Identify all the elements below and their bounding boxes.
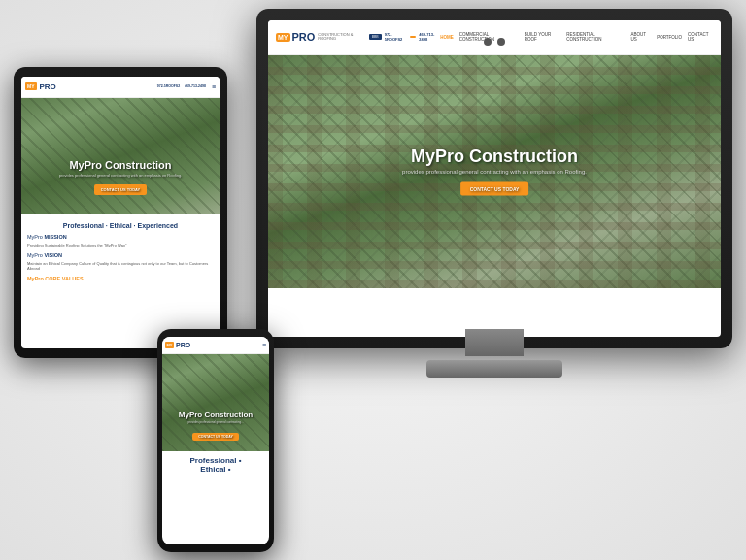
tablet-hero-overlay: MyPro Construction provides professional… — [21, 159, 220, 195]
tablet-logo-pro: PRO — [40, 82, 56, 91]
monitor-hero-subtitle: provides professional general contractin… — [402, 169, 587, 175]
tablet-hero: MyPro Construction provides professional… — [21, 98, 220, 214]
monitor-logo-sub: CONSTRUCTION & ROOFING — [318, 33, 364, 42]
phone-hero-cta[interactable]: CONTACT US TODAY — [192, 433, 239, 441]
tablet-vision-keyword: VISION — [44, 252, 62, 258]
monitor-nav-about[interactable]: ABOUT US — [631, 32, 652, 42]
tablet-hero-bg — [21, 98, 220, 214]
phone-tagline-line2: Ethical • — [166, 465, 265, 475]
monitor-stand-neck — [465, 329, 524, 356]
monitor-phone2-badge — [410, 36, 416, 38]
phone-hero-title: MyPro Construction — [162, 411, 269, 419]
tablet-phone1: 972-5ROOFS2 — [157, 84, 180, 88]
phone-tagline: Professional • Ethical • — [166, 456, 265, 475]
monitor-dot-1 — [484, 38, 492, 46]
monitor-hero-overlay: MyPro Construction provides professional… — [402, 147, 587, 196]
monitor-hero: MyPro Construction provides professional… — [268, 55, 721, 288]
tablet-frame: MY PRO 972-5ROOFS2 469-713-2498 ≡ MyPro … — [14, 67, 227, 358]
phone-tagline-line1: Professional • — [166, 456, 265, 466]
tablet-menu-icon[interactable]: ≡ — [212, 83, 216, 90]
tablet-phone2: 469-713-2498 — [185, 84, 206, 88]
tablet-tagline: Professional · Ethical · Experienced — [27, 222, 214, 229]
monitor-phone2: 469-713-2498 — [419, 32, 440, 42]
phone-hero-subtitle: provides professional general contractin… — [162, 420, 269, 424]
phone: MY PRO ≡ MyPro Construction provides pro… — [157, 329, 274, 552]
phone-logo-my: MY — [165, 342, 174, 348]
tablet-hero-title: MyPro Construction — [21, 159, 220, 171]
tablet-hero-subtitle: provides professional general contractin… — [21, 173, 220, 178]
phone-hero: MyPro Construction provides professional… — [162, 354, 269, 451]
monitor-nav-portfolio[interactable]: PORTFOLIO — [657, 35, 682, 40]
monitor-logo: MY PRO CONSTRUCTION & ROOFING — [276, 31, 365, 43]
tablet-mission-keyword: MISSION — [44, 234, 66, 240]
scene: MY PRO CONSTRUCTION & ROOFING BBB 972-5R… — [14, 9, 732, 552]
tablet-vision-label: MyPro VISION — [27, 252, 214, 259]
monitor-dot-2 — [497, 38, 505, 46]
phone-frame: MY PRO ≡ MyPro Construction provides pro… — [157, 329, 274, 552]
monitor-nav-badges: BBB 972-5ROOFS2 469-713-2498 — [369, 32, 441, 42]
monitor-phone1: 972-5ROOFS2 — [385, 32, 408, 42]
tablet: MY PRO 972-5ROOFS2 469-713-2498 ≡ MyPro … — [14, 67, 227, 358]
phone-hero-overlay: MyPro Construction provides professional… — [162, 411, 269, 442]
tablet-mission-text: Providing Sustainable Roofing Solutions … — [27, 243, 214, 247]
monitor-nav: HOME COMMERCIAL CONSTRUCTION BUILD YOUR … — [440, 32, 713, 42]
phone-screen: MY PRO ≡ MyPro Construction provides pro… — [162, 337, 269, 544]
monitor-hero-title: MyPro Construction — [402, 147, 587, 166]
monitor: MY PRO CONSTRUCTION & ROOFING BBB 972-5R… — [256, 9, 732, 397]
tablet-core-label: MyPro CORE VALUES — [27, 276, 214, 281]
tablet-mission-label: MyPro MISSION — [27, 234, 214, 241]
monitor-nav-contact[interactable]: CONTACT US — [688, 32, 713, 42]
tablet-logo-my: MY — [25, 82, 37, 90]
monitor-nav-build[interactable]: BUILD YOUR ROOF — [525, 32, 561, 42]
tablet-content: Professional · Ethical · Experienced MyP… — [21, 214, 220, 290]
monitor-screen: MY PRO CONSTRUCTION & ROOFING BBB 972-5R… — [268, 20, 721, 337]
tablet-header: MY PRO 972-5ROOFS2 469-713-2498 ≡ — [21, 77, 220, 98]
monitor-badge-accredited: BBB — [369, 34, 382, 40]
phone-content: Professional • Ethical • — [162, 451, 269, 479]
monitor-nav-home[interactable]: HOME — [440, 35, 454, 40]
phone-menu-icon[interactable]: ≡ — [262, 342, 266, 348]
monitor-dots — [484, 38, 505, 46]
phone-logo-pro: PRO — [176, 342, 190, 348]
monitor-nav-residential[interactable]: RESIDENTIAL CONSTRUCTION — [566, 32, 625, 42]
tablet-screen: MY PRO 972-5ROOFS2 469-713-2498 ≡ MyPro … — [21, 77, 220, 348]
monitor-frame: MY PRO CONSTRUCTION & ROOFING BBB 972-5R… — [256, 9, 732, 348]
monitor-logo-my: MY — [276, 33, 290, 42]
monitor-logo-pro: PRO — [292, 31, 316, 43]
tablet-vision-text: Maintain an Ethical Company Culture of Q… — [27, 261, 214, 271]
monitor-hero-cta[interactable]: CONTACT US TODAY — [460, 182, 529, 196]
monitor-stand-base — [426, 360, 562, 378]
tablet-hero-cta[interactable]: CONTACT US TODAY — [94, 184, 148, 195]
phone-header: MY PRO ≡ — [162, 337, 269, 354]
